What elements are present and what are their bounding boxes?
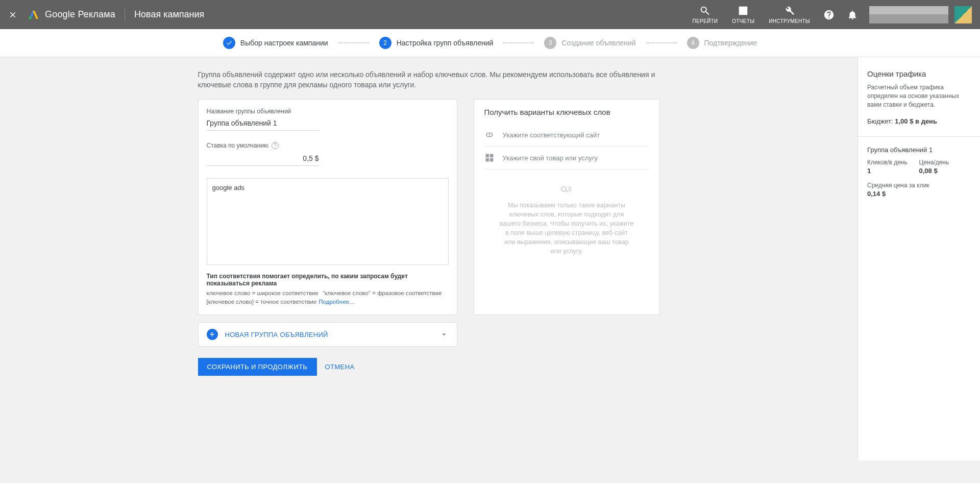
new-adgroup-button[interactable]: + НОВАЯ ГРУППА ОБЪЯВЛЕНИЙ xyxy=(198,322,457,347)
nav-reports[interactable]: ОТЧЕТЫ xyxy=(732,5,754,24)
traffic-estimates-sidebar: Оценки трафика Расчетный объем трафика о… xyxy=(857,57,980,461)
stepper: Выбор настроек кампании 2 Настройка груп… xyxy=(0,29,980,57)
side-title: Оценки трафика xyxy=(867,69,971,78)
plus-icon: + xyxy=(207,329,218,340)
check-icon xyxy=(223,37,235,49)
bell-icon[interactable] xyxy=(847,9,858,20)
avatar[interactable] xyxy=(954,6,972,23)
side-group-title: Группа объявлений 1 xyxy=(867,146,971,154)
empty-icon xyxy=(561,185,572,193)
keyword-suggestions-card: Получить варианты ключевых слов Укажите … xyxy=(474,99,660,315)
reports-icon xyxy=(738,5,749,16)
cancel-button[interactable]: ОТМЕНА xyxy=(325,363,355,371)
site-url-row[interactable]: Укажите соответствующий сайт xyxy=(484,124,649,147)
clicks-metric: Кликов/в день 1 xyxy=(867,159,919,175)
price-metric: Цена/день 0,08 $ xyxy=(919,159,971,175)
match-type-help: ключевое слово = широкое соответствие"кл… xyxy=(207,289,449,306)
step-2[interactable]: 2 Настройка групп объявлений xyxy=(379,37,494,49)
bid-input[interactable] xyxy=(207,152,319,166)
svg-point-3 xyxy=(561,186,566,191)
suggestions-empty-state: Мы показываем только такие варианты ключ… xyxy=(484,170,649,266)
adgroup-name-input[interactable] xyxy=(207,117,319,131)
step-3: 3 Создание объявлений xyxy=(544,37,635,49)
campaign-title: Новая кампания xyxy=(134,9,204,20)
svg-point-0 xyxy=(29,16,32,19)
step-1[interactable]: Выбор настроек кампании xyxy=(223,37,328,49)
app-header: Google Реклама Новая кампания ПЕРЕЙТИ ОТ… xyxy=(0,0,980,29)
step-4: 4 Подтверждение xyxy=(687,37,757,49)
link-icon xyxy=(484,130,495,140)
close-icon[interactable] xyxy=(8,10,17,19)
nav-go[interactable]: ПЕРЕЙТИ xyxy=(693,5,718,24)
bid-label: Ставка по умолчанию xyxy=(207,142,269,149)
account-info[interactable] xyxy=(869,6,948,23)
nav-tools[interactable]: ИНСТРУМЕНТЫ xyxy=(769,5,810,24)
avg-cpc-metric: Средняя цена за клик 0,14 $ xyxy=(867,182,971,198)
adgroup-name-label: Название группы объявлений xyxy=(207,108,449,115)
side-budget: Бюджет: 1,00 $ в день xyxy=(867,117,971,125)
header-divider xyxy=(125,8,125,21)
google-ads-logo-icon xyxy=(28,9,40,21)
help-tooltip-icon[interactable]: ? xyxy=(272,142,279,149)
svg-rect-2 xyxy=(869,6,948,14)
chevron-down-icon xyxy=(439,330,449,339)
search-icon xyxy=(699,5,710,16)
product-name: Google Реклама xyxy=(45,9,115,20)
suggestions-title: Получить варианты ключевых слов xyxy=(484,108,649,116)
wrench-icon xyxy=(784,5,795,16)
side-desc: Расчетный объем трафика определен на осн… xyxy=(867,83,971,109)
product-row[interactable]: Укажите свой товар или услугу xyxy=(484,147,649,170)
learn-more-link[interactable]: Подробнее… xyxy=(318,299,355,305)
help-icon[interactable] xyxy=(823,9,835,20)
save-continue-button[interactable]: СОХРАНИТЬ И ПРОДОЛЖИТЬ xyxy=(198,358,317,376)
keywords-input[interactable]: google ads xyxy=(207,178,449,265)
intro-text: Группа объявлений содержит одно или неск… xyxy=(198,69,660,90)
match-type-title: Тип соответствия помогает определить, по… xyxy=(207,273,449,287)
adgroup-card: Название группы объявлений Ставка по умо… xyxy=(198,99,457,315)
grid-icon xyxy=(484,153,495,163)
